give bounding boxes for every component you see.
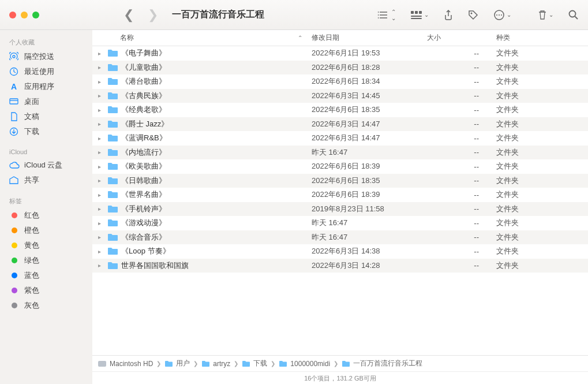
sidebar-item[interactable]: 红色: [0, 208, 92, 223]
disclosure-triangle-icon[interactable]: ▸: [98, 79, 104, 85]
path-segment[interactable]: artryz: [213, 360, 230, 368]
file-name: 《世界名曲》: [121, 189, 166, 200]
view-list-icon[interactable]: ⌃⌄: [378, 9, 396, 21]
file-date: 2022年6月1日 19:53: [312, 48, 427, 58]
disclosure-triangle-icon[interactable]: ▸: [98, 262, 104, 269]
path-segment[interactable]: 用户: [176, 359, 190, 368]
file-row[interactable]: ▸《爵士 Jazz》2022年6月3日 14:47--文件夹: [92, 117, 588, 132]
group-by-icon[interactable]: ⌄: [411, 11, 429, 19]
file-size: --: [427, 162, 496, 171]
sidebar-item[interactable]: 下载: [0, 124, 92, 139]
path-segment[interactable]: Macintosh HD: [110, 360, 153, 368]
column-size[interactable]: 大小: [427, 33, 496, 43]
folder-icon: [107, 77, 118, 85]
file-kind: 文件夹: [496, 246, 588, 256]
trash-icon[interactable]: ⌄: [538, 10, 553, 20]
file-row[interactable]: ▸《手机铃声》2019年8月23日 11:58--文件夹: [92, 202, 588, 217]
file-size: --: [427, 91, 496, 100]
forward-button[interactable]: ❯: [143, 8, 163, 23]
disclosure-triangle-icon[interactable]: ▸: [98, 135, 104, 141]
sidebar-item[interactable]: 绿色: [0, 253, 92, 268]
sidebar-item[interactable]: 紫色: [0, 283, 92, 298]
disclosure-triangle-icon[interactable]: ▸: [98, 64, 104, 70]
sidebar-item[interactable]: 最近使用: [0, 64, 92, 79]
file-kind: 文件夹: [496, 176, 588, 186]
file-row[interactable]: ▸世界各国国歌和国旗2022年6月3日 14:28--文件夹: [92, 259, 588, 273]
tag-dot-icon: [12, 288, 17, 293]
sidebar-item[interactable]: 桌面: [0, 94, 92, 109]
column-kind[interactable]: 种类: [496, 33, 588, 43]
tag-icon[interactable]: [468, 10, 478, 20]
folder-icon: [107, 191, 118, 199]
disclosure-triangle-icon[interactable]: ▸: [98, 149, 104, 155]
path-segment[interactable]: 下载: [253, 359, 267, 368]
file-row[interactable]: ▸《游戏动漫》昨天 16:47--文件夹: [92, 216, 588, 230]
file-row[interactable]: ▸《日韩歌曲》2022年6月6日 18:35--文件夹: [92, 174, 588, 188]
file-row[interactable]: ▸《内地流行》昨天 16:47--文件夹: [92, 146, 588, 160]
file-date: 2022年6月6日 18:39: [312, 189, 427, 200]
disclosure-triangle-icon[interactable]: ▸: [98, 163, 104, 170]
file-kind: 文件夹: [496, 62, 588, 73]
file-kind: 文件夹: [496, 147, 588, 158]
minimize-window-button[interactable]: [21, 12, 28, 18]
search-icon[interactable]: [568, 10, 579, 20]
file-row[interactable]: ▸《Loop 节奏》2022年6月3日 14:38--文件夹: [92, 244, 588, 259]
file-size: --: [427, 120, 496, 128]
back-button[interactable]: ❮: [119, 8, 138, 23]
file-row[interactable]: ▸《古典民族》2022年6月3日 14:45--文件夹: [92, 89, 588, 103]
file-name: 《港台歌曲》: [121, 76, 166, 87]
column-name[interactable]: 名称⌃: [92, 33, 312, 43]
sidebar-item[interactable]: 文稿: [0, 109, 92, 124]
sidebar-item[interactable]: 橙色: [0, 223, 92, 238]
folder-icon: [107, 148, 118, 156]
sidebar-item[interactable]: 蓝色: [0, 268, 92, 283]
disclosure-triangle-icon[interactable]: ▸: [98, 177, 104, 184]
svg-point-4: [378, 14, 379, 15]
folder-icon: [107, 120, 118, 128]
disclosure-triangle-icon[interactable]: ▸: [98, 220, 104, 226]
file-date: 2022年6月3日 14:38: [312, 246, 427, 256]
file-row[interactable]: ▸《儿童歌曲》2022年6月6日 18:28--文件夹: [92, 61, 588, 75]
file-row[interactable]: ▸《蓝调R&B》2022年6月3日 14:47--文件夹: [92, 131, 588, 146]
zoom-window-button[interactable]: [32, 12, 39, 18]
sidebar-item[interactable]: 黄色: [0, 238, 92, 253]
folder-icon: [342, 360, 350, 367]
file-row[interactable]: ▸《港台歌曲》2022年6月6日 18:34--文件夹: [92, 74, 588, 89]
sidebar-item[interactable]: 共享: [0, 173, 92, 188]
file-row[interactable]: ▸《欧美歌曲》2022年6月6日 18:39--文件夹: [92, 159, 588, 174]
file-kind: 文件夹: [496, 105, 588, 115]
disclosure-triangle-icon[interactable]: ▸: [98, 107, 104, 113]
path-separator-icon: ❯: [193, 360, 198, 367]
folder-icon: [164, 360, 173, 367]
disclosure-triangle-icon[interactable]: ▸: [98, 192, 104, 198]
folder-icon: [107, 134, 118, 142]
disclosure-triangle-icon[interactable]: ▸: [98, 50, 104, 57]
sidebar-item-label: 应用程序: [24, 81, 54, 92]
file-size: --: [427, 247, 496, 256]
file-row[interactable]: ▸《综合音乐》昨天 16:47--文件夹: [92, 230, 588, 245]
file-date: 2022年6月3日 14:47: [312, 119, 427, 129]
path-segment[interactable]: 1000000midi: [290, 360, 330, 368]
disclosure-triangle-icon[interactable]: ▸: [98, 248, 104, 255]
close-window-button[interactable]: [9, 12, 16, 18]
file-row[interactable]: ▸《电子舞曲》2022年6月1日 19:53--文件夹: [92, 46, 588, 61]
sidebar-item-label: 最近使用: [24, 66, 54, 77]
disclosure-triangle-icon[interactable]: ▸: [98, 92, 104, 99]
sidebar-item-label: iCloud 云盘: [24, 160, 62, 170]
column-date[interactable]: 修改日期: [312, 33, 427, 43]
file-size: --: [427, 204, 496, 213]
sidebar-item[interactable]: iCloud 云盘: [0, 158, 92, 173]
sidebar-item[interactable]: 隔空投送: [0, 49, 92, 64]
disclosure-triangle-icon[interactable]: ▸: [98, 121, 104, 127]
file-name: 《古典民族》: [121, 91, 166, 101]
file-row[interactable]: ▸《经典老歌》2022年6月6日 18:35--文件夹: [92, 103, 588, 117]
file-row[interactable]: ▸《世界名曲》2022年6月6日 18:39--文件夹: [92, 188, 588, 202]
airdrop-icon: [9, 52, 20, 61]
disclosure-triangle-icon[interactable]: ▸: [98, 206, 104, 212]
share-icon[interactable]: [444, 10, 453, 20]
sidebar-item[interactable]: 灰色: [0, 298, 92, 313]
path-segment[interactable]: 一百万首流行音乐工程: [353, 359, 422, 368]
disclosure-triangle-icon[interactable]: ▸: [98, 234, 104, 240]
action-menu-icon[interactable]: ⌄: [493, 9, 511, 21]
sidebar-item[interactable]: A应用程序: [0, 79, 92, 94]
